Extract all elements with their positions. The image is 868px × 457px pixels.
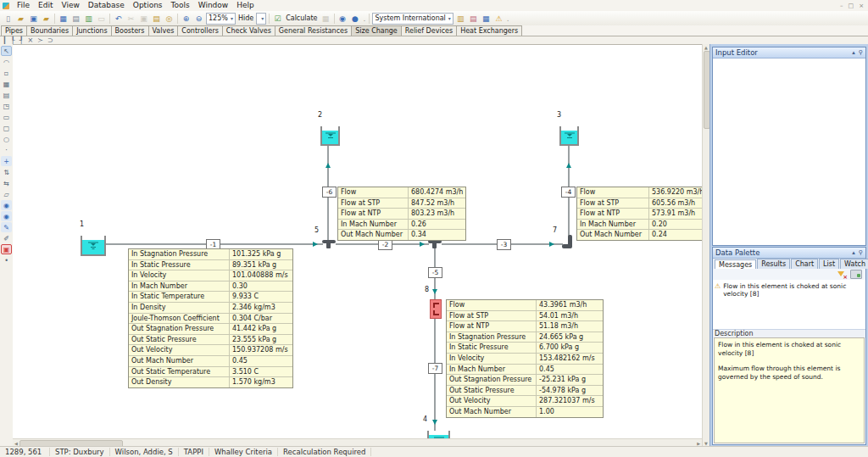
print-preview-icon[interactable]: ▤ bbox=[70, 13, 82, 25]
pipe-7[interactable] bbox=[434, 317, 436, 431]
import-icon[interactable]: ▰ bbox=[40, 13, 53, 25]
element-tab[interactable]: Boundaries bbox=[26, 25, 73, 36]
pipe-style-tool-icon[interactable]: ◉ bbox=[1, 200, 12, 210]
tool-overflow-icon[interactable]: • bbox=[1, 255, 12, 265]
export-icon[interactable]: ▥ bbox=[82, 13, 95, 25]
zoom-out-icon[interactable]: ⊖ bbox=[192, 13, 205, 25]
find-icon[interactable]: ◎ bbox=[163, 13, 175, 25]
menu-item[interactable]: View bbox=[58, 1, 84, 9]
pipe-label[interactable]: -4 bbox=[561, 187, 576, 198]
close-button[interactable]: × bbox=[859, 3, 864, 9]
pipe-label[interactable]: -6 bbox=[322, 187, 337, 198]
draw-tee-tool-icon[interactable]: ┦ bbox=[19, 36, 24, 44]
flip-tool-icon[interactable]: ⇆ bbox=[1, 178, 12, 188]
pan-tool-icon[interactable]: + bbox=[1, 156, 12, 166]
annotation-tool-icon[interactable]: ▤ bbox=[1, 90, 12, 100]
calculate-button[interactable]: Calculate bbox=[284, 14, 319, 22]
model-canvas[interactable]: 1 2 3 4 5 7 8 -1 -2 -3 -4 -5 -6 -7 In St… bbox=[13, 44, 702, 439]
pin-icon[interactable]: ⚲ bbox=[859, 49, 863, 56]
elbow-junction-7[interactable] bbox=[562, 235, 574, 249]
pen-tool-icon[interactable]: ✎ bbox=[1, 222, 12, 232]
bend-tool-icon[interactable]: ≻ bbox=[37, 36, 43, 44]
globe-icon[interactable]: ● bbox=[349, 13, 362, 25]
data-palette-tab[interactable]: Results bbox=[757, 259, 790, 269]
select-tool-icon[interactable]: ↖ bbox=[1, 46, 12, 56]
menu-item[interactable]: File bbox=[13, 1, 34, 9]
scroll-up-icon[interactable]: ▲ bbox=[704, 45, 708, 50]
arc-tool-icon[interactable]: ⊃ bbox=[47, 36, 53, 44]
print-icon[interactable]: ▭ bbox=[95, 13, 108, 25]
new-file-icon[interactable]: ▯ bbox=[2, 13, 14, 25]
element-tab[interactable]: Pipes bbox=[1, 25, 27, 36]
cut-icon[interactable]: ✂ bbox=[125, 13, 137, 25]
open-file-icon[interactable]: ▰ bbox=[14, 13, 27, 25]
menu-item[interactable]: Database bbox=[84, 1, 129, 9]
menu-item[interactable]: Window bbox=[194, 1, 233, 9]
copy-icon[interactable]: ▣ bbox=[137, 13, 150, 25]
user-profile-icon[interactable]: ◉ bbox=[337, 13, 349, 25]
collapse-icon[interactable]: ▴ bbox=[852, 249, 855, 256]
junction-style-tool-icon[interactable]: ◉ bbox=[1, 211, 12, 221]
distribute-tool-icon[interactable]: ⇅ bbox=[1, 167, 12, 177]
annotation-combo[interactable]: ▾ bbox=[256, 13, 266, 25]
messages-list[interactable]: ⚠ Flow in this element is choked at soni… bbox=[713, 280, 865, 328]
grid-settings-icon[interactable]: ▦ bbox=[480, 13, 492, 25]
message-item[interactable]: ⚠ Flow in this element is choked at soni… bbox=[713, 280, 865, 298]
element-tab[interactable]: Heat Exchangers bbox=[456, 25, 522, 36]
collapse-icon[interactable]: ▴ bbox=[852, 49, 855, 56]
lasso-tool-icon[interactable]: ◠ bbox=[1, 57, 12, 67]
menu-item[interactable]: Options bbox=[129, 1, 167, 9]
units-combo[interactable]: System International▾ bbox=[372, 13, 453, 25]
rectangle-tool-icon[interactable]: ▭ bbox=[1, 112, 12, 122]
menu-item[interactable]: Edit bbox=[34, 1, 57, 9]
data-palette-tab[interactable]: List bbox=[819, 259, 839, 269]
menu-item[interactable]: Help bbox=[232, 1, 259, 9]
save-icon[interactable]: ▣ bbox=[27, 13, 40, 25]
element-tab[interactable]: Valves bbox=[148, 25, 179, 36]
maximize-button[interactable]: □ bbox=[849, 3, 854, 9]
rounded-rectangle-tool-icon[interactable]: ▢ bbox=[1, 123, 12, 133]
tank-junction-1[interactable] bbox=[81, 236, 106, 256]
data-palette-tab[interactable]: Watch bbox=[840, 259, 868, 269]
pencil-tool-icon[interactable]: ✐ bbox=[1, 233, 12, 243]
draw-pipe-tool-icon[interactable]: ┃ bbox=[3, 36, 7, 44]
element-tab[interactable]: Relief Devices bbox=[401, 25, 457, 36]
columns-icon[interactable]: ▥ bbox=[454, 13, 467, 25]
element-tab[interactable]: Boosters bbox=[111, 25, 149, 36]
image-tool-icon[interactable]: ▦ bbox=[1, 79, 12, 89]
zoom-level-combo[interactable]: 125%▾ bbox=[206, 13, 236, 25]
ellipse-tool-icon[interactable]: ○ bbox=[1, 134, 12, 144]
pipe-label[interactable]: -3 bbox=[497, 239, 511, 250]
zoom-window-tool-icon[interactable]: ◳ bbox=[1, 101, 12, 111]
warnings-icon[interactable]: ⚠ bbox=[492, 13, 505, 25]
size-change-junction-8-choked[interactable] bbox=[430, 299, 442, 319]
layer-tool-icon[interactable]: ▱ bbox=[1, 189, 12, 199]
element-tab[interactable]: Size Change bbox=[351, 25, 402, 36]
element-tab[interactable]: Controllers bbox=[177, 25, 223, 36]
notes-icon[interactable]: ▤ bbox=[467, 13, 480, 25]
pin-icon[interactable]: ⚲ bbox=[859, 249, 863, 256]
hide-toggle[interactable]: Hide bbox=[236, 14, 255, 22]
paste-icon[interactable]: ▤ bbox=[150, 13, 163, 25]
print-messages-icon[interactable] bbox=[850, 270, 862, 279]
stop-calculation-icon[interactable]: ▦ bbox=[320, 13, 332, 25]
size-change-tool-icon[interactable]: ▣ bbox=[1, 244, 12, 254]
marquee-tool-icon[interactable]: ▫ bbox=[1, 68, 12, 78]
input-editor-body[interactable] bbox=[713, 59, 865, 245]
menu-item[interactable]: Tools bbox=[167, 1, 194, 9]
tee-junction-5[interactable] bbox=[322, 240, 336, 243]
data-palette-tab[interactable]: Chart bbox=[791, 259, 818, 269]
element-tab[interactable]: Junctions bbox=[72, 25, 111, 36]
tank-junction-2[interactable] bbox=[320, 126, 340, 146]
draw-branch-tool-icon[interactable]: ┞ bbox=[11, 36, 15, 44]
tank-junction-3[interactable] bbox=[559, 126, 579, 146]
pipe-label[interactable]: -7 bbox=[428, 363, 442, 374]
clear-filter-icon[interactable] bbox=[837, 270, 847, 279]
element-tab[interactable]: General Resistances bbox=[275, 25, 352, 36]
element-tab[interactable]: Check Valves bbox=[222, 25, 275, 36]
minimize-button[interactable]: – bbox=[840, 3, 843, 9]
zoom-in-icon[interactable]: ⊕ bbox=[180, 13, 192, 25]
align-icon[interactable]: ▦ bbox=[57, 13, 70, 25]
delete-tool-icon[interactable]: × bbox=[27, 36, 33, 44]
shape-overflow-icon[interactable]: · bbox=[1, 145, 12, 155]
